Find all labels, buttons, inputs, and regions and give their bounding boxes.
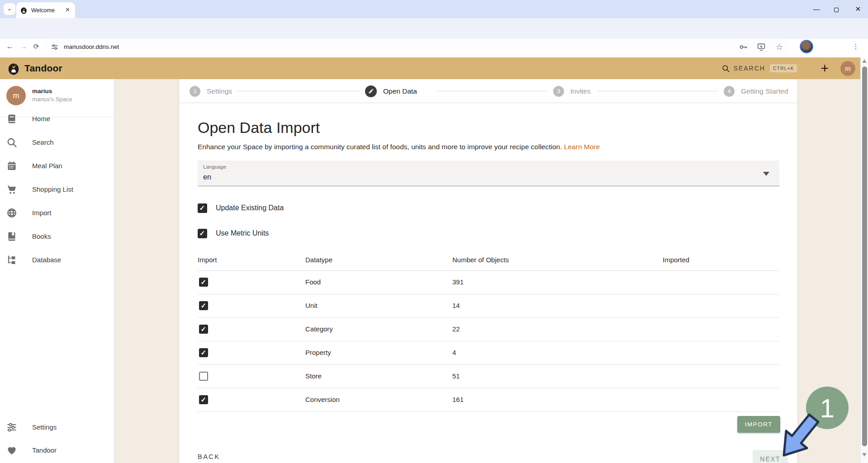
import-button[interactable]: IMPORT xyxy=(737,416,780,433)
stepper-connector xyxy=(237,91,360,91)
language-label: Language xyxy=(203,164,226,170)
step-settings[interactable]: 1 Settings xyxy=(190,79,232,103)
tab-title: Welcome xyxy=(31,7,64,14)
user-avatar[interactable]: m xyxy=(840,61,855,76)
sidebar-item-settings[interactable]: Settings xyxy=(0,418,114,436)
table-row: Store 51 xyxy=(198,365,779,388)
update-existing-data-checkbox[interactable]: Update Existing Data xyxy=(198,202,284,214)
step-number: 1 xyxy=(190,86,200,97)
user-space: marius's Space xyxy=(32,96,72,103)
row-import-checkbox[interactable] xyxy=(199,278,208,287)
search-shortcut-badge: CTRL+K xyxy=(770,64,797,72)
row-import-checkbox-unchecked[interactable] xyxy=(199,372,208,381)
back-button[interactable]: BACK xyxy=(198,453,220,460)
browser-menu-icon[interactable]: ⋮ xyxy=(851,40,860,53)
sidebar-item-meal-plan[interactable]: Meal Plan xyxy=(0,157,114,175)
table-row: Conversion 161 xyxy=(198,388,779,412)
sidebar-user[interactable]: m marius marius's Space xyxy=(0,85,114,111)
table-row: Category 22 xyxy=(198,318,779,341)
step-getting-started[interactable]: 4 Getting Started xyxy=(724,79,788,103)
avatar: m xyxy=(6,86,26,105)
checkbox-checked-icon xyxy=(198,203,207,213)
window-minimize-button[interactable]: — xyxy=(810,4,823,14)
reload-icon[interactable]: ⟳ xyxy=(30,40,43,53)
sidebar-item-import[interactable]: Import xyxy=(0,204,114,222)
sidebar-item-search[interactable]: Search xyxy=(0,133,114,151)
scroll-up-icon[interactable] xyxy=(862,59,867,63)
step-number: 3 xyxy=(553,86,564,97)
scrollbar-thumb[interactable] xyxy=(862,66,867,446)
table-header: Import Datatype Number of Objects Import… xyxy=(198,253,779,271)
page-title: Open Data Import xyxy=(198,119,320,137)
step-invites[interactable]: 3 Invites xyxy=(553,79,591,103)
chevron-down-icon xyxy=(763,172,769,176)
sidebar-item-database[interactable]: Database xyxy=(0,251,114,269)
next-button[interactable]: NEXT xyxy=(753,450,788,463)
learn-more-link[interactable]: Learn More xyxy=(564,143,600,151)
back-icon[interactable]: ← xyxy=(4,40,16,53)
passwords-key-icon[interactable] xyxy=(738,42,749,52)
forward-icon[interactable]: → xyxy=(17,40,30,53)
sidebar-item-shopping-list[interactable]: Shopping List xyxy=(0,180,114,198)
sidebar-item-tandoor[interactable]: Tandoor xyxy=(0,441,114,459)
tandoor-favicon xyxy=(20,6,28,14)
user-name: marius xyxy=(32,88,52,94)
install-app-icon[interactable] xyxy=(756,42,767,52)
row-import-checkbox[interactable] xyxy=(199,301,208,310)
tandoor-logo-icon xyxy=(7,61,20,75)
url-bar[interactable]: mariusdoor.ddns.net ☆ xyxy=(45,39,790,54)
tab-close-icon[interactable]: ✕ xyxy=(64,6,71,14)
scroll-down-icon[interactable] xyxy=(862,453,867,457)
step-open-data[interactable]: Open Data xyxy=(365,79,417,103)
calendar-icon xyxy=(6,161,17,171)
app-header: Tandoor SEARCH CTRL+K + m xyxy=(0,57,868,79)
language-value: en xyxy=(203,173,211,181)
book-icon xyxy=(6,113,17,124)
row-import-checkbox[interactable] xyxy=(199,348,208,357)
row-import-checkbox[interactable] xyxy=(199,395,208,404)
add-button[interactable]: + xyxy=(821,61,829,75)
wizard-card: 1 Settings Open Data 3 Invites 4 Getting… xyxy=(179,79,797,463)
annotation-step-badge: 1 xyxy=(806,387,849,429)
tab-search-chevron-icon[interactable]: ⌄ xyxy=(4,3,15,15)
window-restore-button[interactable] xyxy=(830,4,843,14)
search-label: SEARCH xyxy=(734,65,765,72)
table-row: Food 391 xyxy=(198,271,779,294)
sidebar-item-books[interactable]: Books xyxy=(0,227,114,246)
cart-icon xyxy=(6,184,17,195)
brand-name: Tandoor xyxy=(24,63,62,74)
page-description: Enhance your Space by importing a commun… xyxy=(198,143,600,151)
row-import-checkbox[interactable] xyxy=(199,325,208,334)
url-text: mariusdoor.ddns.net xyxy=(64,43,730,50)
use-metric-units-checkbox[interactable]: Use Metric Units xyxy=(198,227,269,239)
bookmark-star-icon[interactable]: ☆ xyxy=(774,42,785,52)
table-row: Unit 14 xyxy=(198,294,779,318)
window-close-button[interactable]: ✕ xyxy=(851,4,865,14)
sliders-icon xyxy=(6,422,17,433)
table-row: Property 4 xyxy=(198,341,779,365)
browser-tab[interactable]: Welcome ✕ xyxy=(16,2,75,18)
sidebar: m marius marius's Space Home Search Meal… xyxy=(0,79,114,463)
wizard-stepper: 1 Settings Open Data 3 Invites 4 Getting… xyxy=(179,79,797,103)
heart-icon xyxy=(6,445,17,456)
header-search[interactable]: SEARCH CTRL+K xyxy=(721,64,797,73)
stepper-connector xyxy=(437,91,548,91)
site-settings-icon[interactable] xyxy=(50,43,59,51)
pencil-icon xyxy=(365,85,377,97)
browser-toolbar: ← → ⟳ mariusdoor.ddns.net ☆ ⋮ xyxy=(0,18,868,39)
database-icon xyxy=(6,255,17,265)
step-number: 4 xyxy=(724,86,735,97)
search-icon xyxy=(6,137,17,148)
globe-icon xyxy=(6,208,17,218)
page-scrollbar[interactable] xyxy=(860,57,868,463)
sidebar-item-home[interactable]: Home xyxy=(0,110,114,128)
language-select[interactable]: Language en xyxy=(198,161,779,186)
books-icon xyxy=(6,231,17,242)
browser-tab-strip: ⌄ Welcome ✕ — ✕ xyxy=(0,0,868,18)
browser-profile-avatar[interactable] xyxy=(800,40,813,53)
stepper-connector xyxy=(598,91,718,91)
checkbox-checked-icon xyxy=(198,229,207,238)
search-icon xyxy=(721,64,730,73)
